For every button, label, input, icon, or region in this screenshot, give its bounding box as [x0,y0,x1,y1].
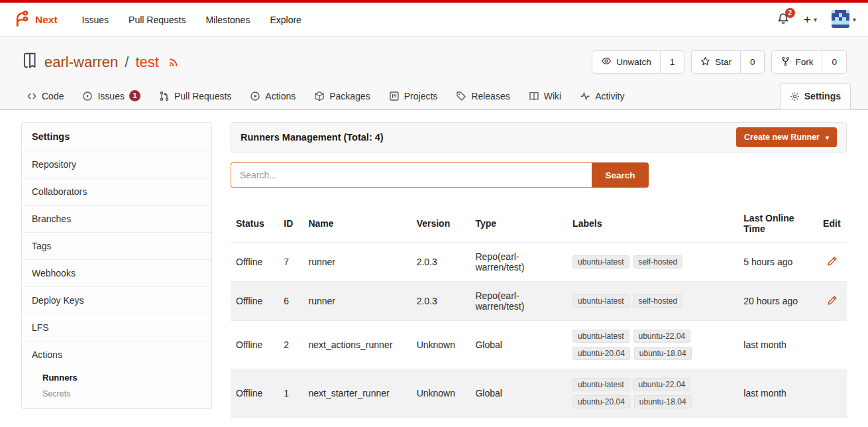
search-input[interactable] [231,162,592,188]
create-runner-button[interactable]: Create new Runner ▾ [736,127,837,147]
tab-label: Actions [265,91,296,101]
repo-owner-link[interactable]: earl-warren [44,54,118,71]
runner-id: 1 [278,369,303,418]
search-button[interactable]: Search [592,162,649,188]
stars-count[interactable]: 0 [740,51,765,73]
issue-icon [82,91,93,101]
tab-releases[interactable]: Releases [447,84,519,109]
col-header-labels: Labels [567,205,738,243]
tab-actions[interactable]: Actions [241,84,305,109]
runner-status: Offline [231,282,278,321]
runner-labels: ubuntu-latestubuntu-22.04ubuntu-20.04ubu… [572,378,712,408]
runner-name: runner [303,243,411,282]
top-navbar: Next Issues Pull Requests Milestones Exp… [0,3,868,37]
sidebar-item-collaborators[interactable]: Collaborators [22,178,211,205]
runner-label-badge: ubuntu-18.04 [634,347,692,360]
user-menu-button[interactable]: ▾ [832,10,856,30]
create-new-menu-button[interactable]: + ▾ [804,13,817,26]
sidebar-item-deploy-keys[interactable]: Deploy Keys [22,286,211,314]
star-button[interactable]: Star [692,51,740,73]
col-header-version: Version [411,205,470,243]
runner-status: Offline [231,243,278,282]
tab-pull-requests[interactable]: Pull Requests [150,84,241,109]
forgejo-logo-home-link[interactable]: Next [12,9,58,30]
table-header-row: Status ID Name Version Type Labels Last … [231,205,847,243]
sidebar-item-actions[interactable]: Actions [22,341,211,368]
fork-label: Fork [795,57,813,67]
runner-name: runner [303,282,411,321]
runner-edit-cell [818,321,847,369]
runner-row: Offline 6 runner 2.0.3 Repo(earl-warren/… [231,282,847,321]
edit-runner-button[interactable] [827,295,838,306]
repo-title: earl-warren / test [21,52,180,73]
panel-header: Runners Management (Total: 4) Create new… [231,122,847,152]
tab-label: Code [42,91,64,101]
runner-last-online: 20 hours ago [738,282,818,321]
caret-down-icon: ▾ [826,134,829,141]
panel-title: Runners Management (Total: 4) [241,132,384,143]
runner-labels: ubuntu-latestself-hosted [572,255,712,269]
tab-projects[interactable]: Projects [380,84,447,109]
sidebar-title: Settings [22,123,211,151]
forks-count[interactable]: 0 [822,51,846,73]
book-icon [529,91,539,101]
runner-last-online: last month [738,369,818,418]
tab-code[interactable]: Code [17,84,73,109]
nav-item-pull-requests[interactable]: Pull Requests [119,9,195,30]
tab-label: Issues [97,91,124,101]
sidebar-item-runners[interactable]: Runners [22,369,211,386]
repo-icon [21,52,38,73]
notifications-button[interactable]: 2 [777,13,789,27]
rss-feed-icon[interactable] [168,56,180,68]
nav-item-issues[interactable]: Issues [72,9,119,30]
tab-label: Settings [804,91,841,101]
runner-last-online: 5 hours ago [738,243,818,282]
tab-label: Releases [471,91,510,101]
repo-tab-bar: Code Issues 1 Pull Requests Actions Pa [0,83,868,109]
nav-item-milestones[interactable]: Milestones [195,9,260,30]
col-header-edit: Edit [818,205,847,243]
runner-id: 6 [278,282,303,321]
runner-label-badge: ubuntu-latest [572,294,629,308]
tab-activity[interactable]: Activity [570,84,633,109]
tab-packages[interactable]: Packages [305,84,379,109]
runner-row: Offline 1 next_starter_runner Unknown Gl… [231,369,847,418]
runner-version: Unknown [411,321,470,369]
sidebar-item-lfs[interactable]: LFS [22,314,211,341]
runner-label-badge: self-hosted [633,294,683,308]
sidebar-item-branches[interactable]: Branches [22,205,211,232]
watchers-count[interactable]: 1 [660,51,684,73]
eye-icon [601,56,612,68]
sidebar-item-webhooks[interactable]: Webhooks [22,259,211,286]
sidebar-item-repository[interactable]: Repository [22,151,211,178]
runner-name: next_actions_runner [303,321,411,369]
repo-separator: / [125,54,129,71]
create-runner-label: Create new Runner [744,133,820,142]
fork-button[interactable]: Fork [772,51,822,73]
fork-button-group: Fork 0 [771,50,847,74]
col-header-id: ID [278,205,303,243]
tab-wiki[interactable]: Wiki [519,84,570,109]
runner-label-badge: ubuntu-latest [572,330,629,343]
brand-name: Next [35,14,58,26]
runner-version: 2.0.3 [411,243,470,282]
runner-row: Offline 2 next_actions_runner Unknown Gl… [231,321,847,369]
actions-play-icon [250,91,260,101]
runner-last-online: last month [738,321,818,369]
sidebar-item-secrets[interactable]: Secrets [22,386,211,402]
tab-settings[interactable]: Settings [780,83,851,109]
tab-label: Pull Requests [174,91,231,101]
sidebar-actions-submenu: Runners Secrets [22,368,211,408]
sidebar-item-tags[interactable]: Tags [22,232,211,259]
edit-runner-button[interactable] [827,256,838,267]
gear-icon [790,91,800,101]
caret-down-icon: ▾ [853,16,856,23]
runner-version: 2.0.3 [411,282,470,321]
runner-label-badge: ubuntu-20.04 [572,347,630,360]
unwatch-button[interactable]: Unwatch [592,51,660,73]
runner-status: Offline [231,321,278,369]
nav-item-explore[interactable]: Explore [260,9,311,30]
tab-issues[interactable]: Issues 1 [73,83,149,109]
repo-name-link[interactable]: test [135,54,158,71]
runner-label-badge: ubuntu-20.04 [572,395,630,408]
